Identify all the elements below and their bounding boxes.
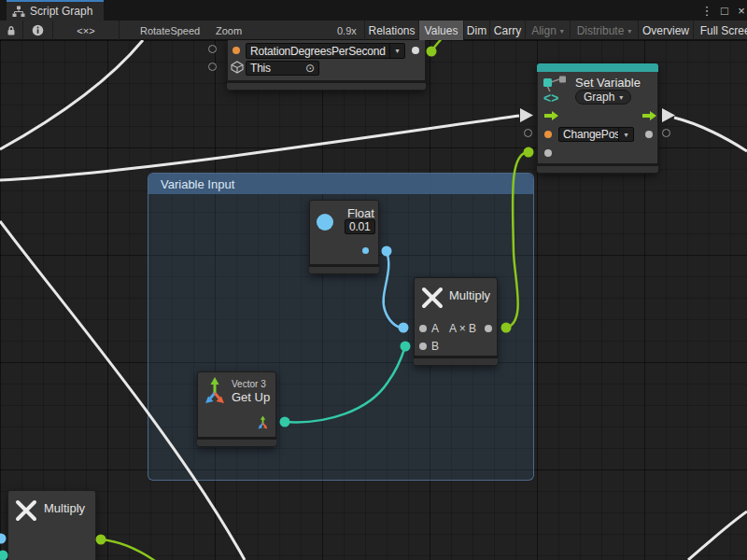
float-node[interactable]: Float 0.01 <box>309 200 379 274</box>
wire-endpoint-dot[interactable] <box>427 47 437 57</box>
value-output-port[interactable] <box>412 47 419 54</box>
graph-toolbar: <×> RotateSpeed Zoom 0.9x Relations Valu… <box>0 21 747 40</box>
target-field[interactable]: This ⊙ <box>246 61 319 76</box>
full-screen-button[interactable]: Full Screen <box>693 21 747 40</box>
output-label: A × B <box>449 322 476 335</box>
scope-value: Graph <box>584 91 614 104</box>
flow-output-port[interactable] <box>642 110 656 121</box>
flow-input-port[interactable] <box>544 110 558 121</box>
flow-wire[interactable] <box>0 40 143 149</box>
value-wire-get-variable[interactable] <box>431 40 443 51</box>
maximize-icon[interactable]: □ <box>717 0 732 21</box>
wire-endpoint-dot[interactable] <box>524 147 534 158</box>
input-b-port[interactable] <box>419 343 427 350</box>
cube-icon <box>231 61 244 74</box>
multiply-icon <box>14 498 38 523</box>
float-icon <box>317 214 333 231</box>
set-variable-node[interactable]: <> Set Variable Graph ▾ ChangePos ▾ <box>537 63 658 174</box>
script-graph-icon <box>12 6 25 18</box>
close-icon[interactable]: × <box>734 0 747 21</box>
unconnected-port-circle[interactable] <box>524 129 532 137</box>
node-footer <box>197 437 276 446</box>
kebab-menu-icon[interactable]: ⋮ <box>699 0 714 21</box>
vector3-output-port[interactable] <box>256 415 270 429</box>
multiply-node-bottom[interactable]: Multiply A A × B B <box>7 490 96 560</box>
node-type-label: Vector 3 <box>232 379 266 389</box>
lock-button[interactable] <box>0 21 23 40</box>
value-output-port[interactable] <box>645 131 653 138</box>
flow-wire-bottom-right[interactable] <box>688 511 747 560</box>
flow-wire-arrowhead <box>662 108 675 122</box>
node-title: Multiply <box>449 288 490 302</box>
tab-label: Script Graph <box>30 5 92 18</box>
input-a-label: A <box>431 322 439 335</box>
caret-down-icon[interactable]: ▾ <box>618 128 633 141</box>
variable-name-value: RotationDegreesPerSecond <box>247 44 389 58</box>
wire-endpoint-dot[interactable] <box>96 535 106 545</box>
zoom-label: Zoom <box>216 21 242 40</box>
lock-icon <box>6 25 17 36</box>
node-title: Multiply <box>44 501 85 515</box>
node-title: Float <box>347 206 374 220</box>
variable-name-dropdown[interactable]: RotationDegreesPerSecond ▾ <box>246 43 405 59</box>
float-value-field[interactable]: 0.01 <box>345 219 375 234</box>
node-title: Set Variable <box>575 76 641 90</box>
value-output-port[interactable] <box>362 247 369 254</box>
values-button[interactable]: Values <box>418 21 463 40</box>
variable-name-dropdown[interactable]: ChangePos ▾ <box>558 127 634 142</box>
distribute-button[interactable]: Distribute▾ <box>570 21 638 40</box>
input-b-label: B <box>431 340 439 353</box>
relations-button[interactable]: Relations <box>364 21 418 40</box>
tab-script-graph[interactable]: Script Graph <box>7 0 104 21</box>
value-wire-multiply-bottom[interactable] <box>101 539 155 560</box>
wire-endpoint-dot[interactable] <box>0 534 7 544</box>
object-picker-icon[interactable]: ⊙ <box>305 62 318 75</box>
input-a-port[interactable] <box>419 325 427 332</box>
float-value: 0.01 <box>345 220 374 233</box>
flow-wire-out-of-set-variable[interactable] <box>674 118 747 151</box>
unconnected-port-circle[interactable] <box>208 63 217 71</box>
code-view-label: <×> <box>77 25 94 36</box>
node-footer <box>227 80 426 90</box>
unconnected-port-circle[interactable] <box>662 129 670 137</box>
svg-text:<>: <> <box>543 91 558 104</box>
caret-down-icon: ▾ <box>627 27 631 35</box>
caret-down-icon: ▾ <box>619 93 623 102</box>
node-footer <box>414 356 498 365</box>
code-view-button[interactable]: <×> <box>53 21 120 40</box>
info-button[interactable] <box>23 21 53 40</box>
get-up-node[interactable]: Vector 3 Get Up <box>197 371 276 447</box>
overview-button[interactable]: Overview <box>638 21 693 40</box>
variable-kind-port[interactable] <box>544 131 552 138</box>
node-header-accent <box>537 63 658 72</box>
zoom-value: 0.9x <box>337 21 357 40</box>
target-value: This <box>247 62 305 75</box>
info-icon <box>32 24 44 36</box>
value-input-port[interactable] <box>544 149 552 157</box>
group-title: Variable Input <box>161 177 234 191</box>
multiply-icon <box>420 286 444 310</box>
unconnected-port-circle[interactable] <box>208 45 217 53</box>
node-footer <box>309 264 379 273</box>
align-button[interactable]: Align▾ <box>525 21 570 40</box>
group-header[interactable]: Variable Input <box>148 174 533 194</box>
flow-wire-into-set-variable[interactable] <box>0 116 519 180</box>
scope-dropdown[interactable]: Graph ▾ <box>575 90 631 105</box>
node-title: Get Up <box>232 390 270 404</box>
caret-down-icon: ▾ <box>560 27 564 35</box>
variable-name-value: ChangePos <box>559 128 618 141</box>
variable-kind-port[interactable] <box>233 47 240 54</box>
tab-bar: Script Graph ⋮ □ × <box>0 0 747 21</box>
caret-down-icon[interactable]: ▾ <box>389 44 404 58</box>
graph-name-label: RotateSpeed <box>140 21 200 40</box>
vector3-icon <box>204 376 225 405</box>
dim-button[interactable]: Dim <box>463 21 489 40</box>
set-variable-icon: <> <box>543 76 569 104</box>
flow-wire-arrowhead <box>520 108 533 122</box>
multiply-node[interactable]: Multiply A A × B B <box>414 277 498 366</box>
node-footer <box>537 163 658 173</box>
output-port[interactable] <box>485 325 492 332</box>
get-variable-node[interactable]: RotationDegreesPerSecond ▾ This ⊙ <box>227 40 426 91</box>
carry-button[interactable]: Carry <box>489 21 525 40</box>
graph-canvas[interactable]: Variable Input RotationDegreesPerSecond … <box>0 40 747 560</box>
